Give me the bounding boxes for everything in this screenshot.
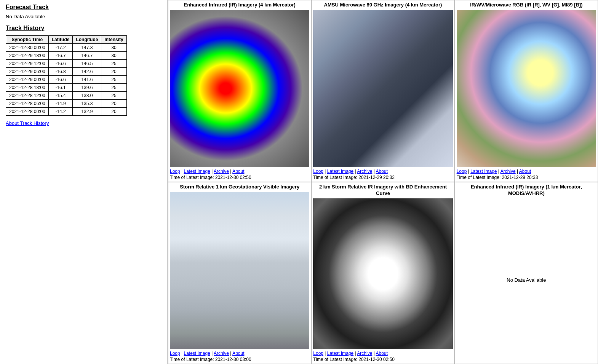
forecast-no-data: No Data Available — [6, 14, 161, 19]
table-cell: 142.6 — [73, 68, 101, 76]
table-cell: 2021-12-28 06:00 — [6, 100, 49, 108]
imagery-cell-ir-1km-modis: Enhanced Infrared (IR) Imagery (1 km Mer… — [455, 182, 598, 364]
pipe-separator: | — [229, 169, 232, 174]
imagery-title-ir-4km: Enhanced Infrared (IR) Imagery (4 km Mer… — [170, 2, 309, 8]
table-cell: -14.2 — [48, 108, 73, 116]
imagery-cell-amsu-4km: AMSU Microwave 89 GHz Imagery (4 km Merc… — [311, 0, 454, 182]
imagery-cell-bd-2km: 2 km Storm Relative IR Imagery with BD E… — [311, 182, 454, 364]
imagery-no-data-ir-1km-modis: No Data Available — [457, 198, 596, 362]
col-intensity: Intensity — [101, 36, 126, 44]
table-cell: -16.7 — [48, 52, 73, 60]
link-latest-image-ir-4km[interactable]: Latest Image — [184, 169, 210, 174]
table-cell: 2021-12-30 00:00 — [6, 44, 49, 52]
table-cell: 20 — [101, 100, 126, 108]
table-cell: 25 — [101, 92, 126, 100]
imagery-title-bd-2km: 2 km Storm Relative IR Imagery with BD E… — [313, 184, 452, 197]
link-loop-amsu-4km[interactable]: Loop — [313, 169, 323, 174]
track-history-table: Synoptic Time Latitude Longitude Intensi… — [6, 35, 127, 116]
table-row: 2021-12-28 06:00-14.9135.320 — [6, 100, 127, 108]
link-about-ir-4km[interactable]: About — [232, 169, 244, 174]
right-panel: Enhanced Infrared (IR) Imagery (4 km Mer… — [168, 0, 598, 364]
link-loop-rgb-mw[interactable]: Loop — [457, 169, 467, 174]
table-cell: 2021-12-29 00:00 — [6, 76, 49, 84]
link-loop-vis-1km[interactable]: Loop — [170, 351, 180, 356]
table-cell: 138.0 — [73, 92, 101, 100]
table-cell: -17.2 — [48, 44, 73, 52]
imagery-time-vis-1km: Time of Latest Image: 2021-12-30 03:00 — [170, 357, 309, 362]
table-cell: 147.3 — [73, 44, 101, 52]
table-cell: 30 — [101, 52, 126, 60]
pipe-separator: | — [229, 351, 232, 356]
imagery-image-rgb-mw — [457, 10, 596, 167]
link-archive-amsu-4km[interactable]: Archive — [357, 169, 372, 174]
track-history-title: Track History — [6, 25, 161, 32]
link-about-vis-1km[interactable]: About — [232, 351, 244, 356]
imagery-cell-ir-4km: Enhanced Infrared (IR) Imagery (4 km Mer… — [168, 0, 311, 182]
imagery-title-amsu-4km: AMSU Microwave 89 GHz Imagery (4 km Merc… — [313, 2, 452, 8]
table-cell: 141.6 — [73, 76, 101, 84]
table-row: 2021-12-28 18:00-16.1139.625 — [6, 84, 127, 92]
table-cell: -15.4 — [48, 92, 73, 100]
about-track-history-link[interactable]: About Track History — [6, 120, 49, 126]
pipe-separator: | — [353, 169, 357, 174]
table-cell: 2021-12-29 18:00 — [6, 52, 49, 60]
pipe-separator: | — [180, 351, 184, 356]
table-cell: -16.6 — [48, 76, 73, 84]
table-cell: -16.6 — [48, 60, 73, 68]
table-cell: 2021-12-28 12:00 — [6, 92, 49, 100]
table-cell: 25 — [101, 60, 126, 68]
table-row: 2021-12-29 06:00-16.8142.620 — [6, 68, 127, 76]
imagery-time-amsu-4km: Time of Latest Image: 2021-12-29 20:33 — [313, 175, 452, 180]
imagery-cell-vis-1km: Storm Relative 1 km Geostationary Visibl… — [168, 182, 311, 364]
pipe-separator: | — [497, 169, 500, 174]
table-row: 2021-12-29 18:00-16.7146.730 — [6, 52, 127, 60]
table-row: 2021-12-28 00:00-14.2132.920 — [6, 108, 127, 116]
col-latitude: Latitude — [48, 36, 73, 44]
table-cell: 20 — [101, 68, 126, 76]
link-loop-ir-4km[interactable]: Loop — [170, 169, 180, 174]
table-cell: -16.1 — [48, 84, 73, 92]
table-cell: 2021-12-28 00:00 — [6, 108, 49, 116]
link-archive-bd-2km[interactable]: Archive — [357, 351, 372, 356]
pipe-separator: | — [323, 169, 327, 174]
link-loop-bd-2km[interactable]: Loop — [313, 351, 323, 356]
imagery-image-amsu-4km — [313, 10, 452, 167]
link-about-bd-2km[interactable]: About — [376, 351, 387, 356]
link-archive-vis-1km[interactable]: Archive — [214, 351, 229, 356]
pipe-separator: | — [210, 351, 214, 356]
pipe-separator: | — [516, 169, 519, 174]
imagery-title-vis-1km: Storm Relative 1 km Geostationary Visibl… — [170, 184, 309, 190]
imagery-cell-rgb-mw: IR/WV/Microwave RGB (IR [R], WV [G], MI8… — [455, 0, 598, 182]
table-cell: -16.8 — [48, 68, 73, 76]
left-panel: Forecast Track No Data Available Track H… — [0, 0, 168, 364]
pipe-separator: | — [467, 169, 470, 174]
link-archive-rgb-mw[interactable]: Archive — [500, 169, 516, 174]
table-cell: 139.6 — [73, 84, 101, 92]
imagery-image-ir-4km — [170, 10, 309, 167]
table-row: 2021-12-30 00:00-17.2147.330 — [6, 44, 127, 52]
imagery-title-ir-1km-modis: Enhanced Infrared (IR) Imagery (1 km Mer… — [457, 184, 596, 197]
imagery-time-bd-2km: Time of Latest Image: 2021-12-30 02:50 — [313, 357, 452, 362]
table-cell: -14.9 — [48, 100, 73, 108]
link-latest-image-amsu-4km[interactable]: Latest Image — [327, 169, 353, 174]
link-latest-image-bd-2km[interactable]: Latest Image — [327, 351, 353, 356]
imagery-links-ir-4km: Loop | Latest Image | Archive | About — [170, 169, 309, 174]
imagery-image-bd-2km — [313, 198, 452, 349]
link-latest-image-rgb-mw[interactable]: Latest Image — [470, 169, 497, 174]
table-row: 2021-12-29 12:00-16.6146.525 — [6, 60, 127, 68]
imagery-time-rgb-mw: Time of Latest Image: 2021-12-29 20:33 — [457, 175, 596, 180]
link-latest-image-vis-1km[interactable]: Latest Image — [184, 351, 210, 356]
link-about-amsu-4km[interactable]: About — [376, 169, 387, 174]
imagery-title-rgb-mw: IR/WV/Microwave RGB (IR [R], WV [G], MI8… — [457, 2, 596, 8]
imagery-links-vis-1km: Loop | Latest Image | Archive | About — [170, 351, 309, 356]
pipe-separator: | — [210, 169, 214, 174]
table-cell: 2021-12-28 18:00 — [6, 84, 49, 92]
col-synoptic: Synoptic Time — [6, 36, 49, 44]
link-about-rgb-mw[interactable]: About — [519, 169, 531, 174]
link-archive-ir-4km[interactable]: Archive — [214, 169, 229, 174]
table-cell: 132.9 — [73, 108, 101, 116]
table-cell: 25 — [101, 84, 126, 92]
pipe-separator: | — [323, 351, 327, 356]
imagery-links-bd-2km: Loop | Latest Image | Archive | About — [313, 351, 452, 356]
imagery-links-rgb-mw: Loop | Latest Image | Archive | About — [457, 169, 596, 174]
